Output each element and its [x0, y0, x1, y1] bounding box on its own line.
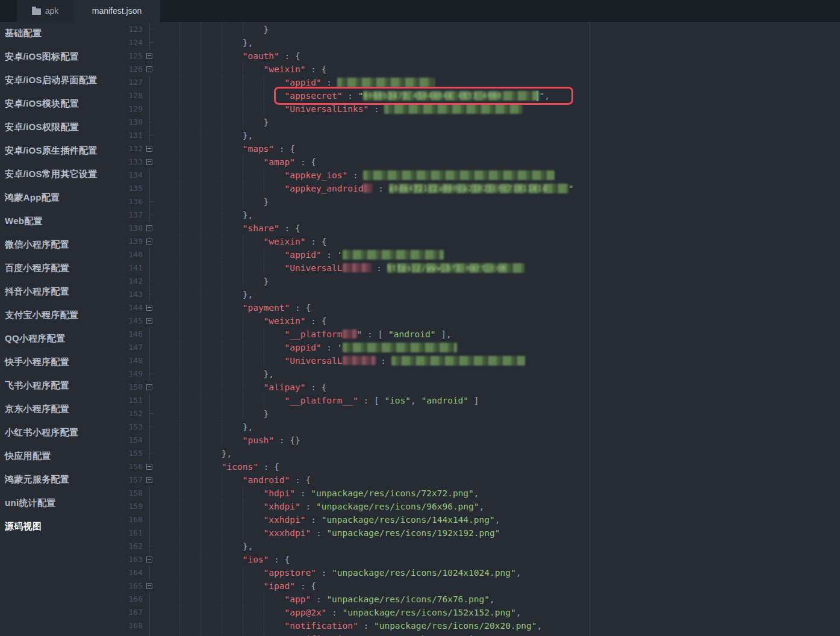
fold-guide: [149, 341, 150, 354]
code-line-145[interactable]: 145 "weixin" : {: [122, 314, 840, 328]
code-line-129[interactable]: 129 "UniversalLinks" :: [122, 102, 840, 116]
fold-collapse-icon[interactable]: [146, 225, 152, 231]
sidebar-item-16[interactable]: 飞书小程序配置: [0, 374, 122, 398]
fold-collapse-icon[interactable]: [146, 464, 152, 470]
code-line-150[interactable]: 150 "alipay" : {: [122, 381, 840, 394]
code-line-163[interactable]: 163 "ios" : {: [122, 553, 840, 566]
code-editor[interactable]: 123 }124 },125 "oauth" : {126 "weixin" :…: [122, 22, 840, 636]
sidebar-item-19[interactable]: 快应用配置: [0, 444, 122, 468]
fold-collapse-icon[interactable]: [146, 556, 152, 563]
sidebar-item-12[interactable]: 抖音小程序配置: [0, 280, 122, 304]
fold-collapse-icon[interactable]: [146, 318, 152, 324]
code-line-156[interactable]: 156 "icons" : {: [122, 460, 840, 473]
file-tab-manifest-json[interactable]: manifest.json: [73, 0, 160, 22]
fold-collapse-icon[interactable]: [146, 146, 152, 152]
project-tab-apk[interactable]: apk: [17, 0, 73, 22]
code-line-131[interactable]: 131 },: [122, 129, 840, 142]
json-punctuation: :: [326, 608, 342, 617]
code-line-157[interactable]: 157 "android" : {: [122, 473, 840, 487]
json-punctuation: :: [305, 515, 321, 525]
code-line-134[interactable]: 134 "appkey_ios" :: [122, 169, 840, 182]
sidebar-item-9[interactable]: Web配置: [0, 210, 122, 233]
sidebar-item-18[interactable]: 小红书小程序配置: [0, 421, 122, 444]
sidebar-item-4[interactable]: 安卓/iOS模块配置: [0, 92, 122, 116]
json-punctuation: ",: [539, 91, 549, 101]
sidebar-item-8[interactable]: 鸿蒙App配置: [0, 186, 122, 210]
json-punctuation: : {: [258, 462, 279, 472]
code-line-128[interactable]: 128 "appsecret" : "0060b3473 45044044 40…: [122, 89, 840, 102]
code-line-140[interactable]: 140 "appid" : ': [122, 248, 840, 261]
code-line-127[interactable]: 127 "appid" :: [122, 76, 840, 89]
code-line-152[interactable]: 152 }: [122, 407, 840, 420]
code-line-166[interactable]: 166 "app" : "unpackage/res/icons/76x76.p…: [122, 593, 840, 606]
json-key: "weixin": [264, 64, 306, 74]
code-line-162[interactable]: 162 },: [122, 540, 840, 553]
code-line-142[interactable]: 142 }: [122, 275, 840, 288]
code-line-164[interactable]: 164 "appstore" : "unpackage/res/icons/10…: [122, 566, 840, 579]
code-text: "appkey_ios" :: [158, 169, 555, 182]
code-line-168[interactable]: 168 "notification" : "unpackage/res/icon…: [122, 619, 840, 632]
code-line-143[interactable]: 143 },: [122, 288, 840, 301]
sidebar-item-5[interactable]: 安卓/iOS权限配置: [0, 116, 122, 139]
sidebar-item-17[interactable]: 京东小程序配置: [0, 398, 122, 421]
fold-collapse-icon[interactable]: [146, 66, 152, 72]
sidebar-item-7[interactable]: 安卓/iOS常用其它设置: [0, 163, 122, 186]
code-line-130[interactable]: 130 }: [122, 116, 840, 129]
json-punctuation: },: [243, 131, 253, 140]
fold-collapse-icon[interactable]: [146, 477, 152, 483]
code-line-167[interactable]: 167 "app@2x" : "unpackage/res/icons/152x…: [122, 606, 840, 619]
sidebar-item-15[interactable]: 快手小程序配置: [0, 351, 122, 374]
code-line-147[interactable]: 147 "appid" : ': [122, 341, 840, 354]
sidebar-item-1[interactable]: 基础配置: [0, 22, 122, 45]
code-line-159[interactable]: 159 "xhdpi" : "unpackage/res/icons/96x96…: [122, 500, 840, 513]
sidebar-item-10[interactable]: 微信小程序配置: [0, 233, 122, 257]
code-line-136[interactable]: 136 }: [122, 195, 840, 208]
code-line-141[interactable]: 141 "UniversalL : https://www.bf1-mart.c…: [122, 261, 840, 275]
code-line-165[interactable]: 165 "ipad" : {: [122, 579, 840, 593]
sidebar-item-14[interactable]: QQ小程序配置: [0, 327, 122, 351]
code-line-158[interactable]: 158 "hdpi" : "unpackage/res/icons/72x72.…: [122, 487, 840, 500]
code-line-155[interactable]: 155 },: [122, 447, 840, 460]
code-line-126[interactable]: 126 "weixin" : {: [122, 63, 840, 76]
code-line-149[interactable]: 149 },: [122, 367, 840, 381]
sidebar-item-13[interactable]: 支付宝小程序配置: [0, 304, 122, 327]
line-number: 136: [122, 195, 143, 208]
fold-collapse-icon[interactable]: [146, 583, 152, 589]
code-line-146[interactable]: 146 "__platform" : [ "android" ],: [122, 328, 840, 341]
sidebar-item-11[interactable]: 百度小程序配置: [0, 257, 122, 280]
code-line-160[interactable]: 160 "xxhdpi" : "unpackage/res/icons/144x…: [122, 513, 840, 526]
code-line-124[interactable]: 124 },: [122, 36, 840, 49]
code-line-169[interactable]: 169 "notification@2x" : "unpackage/res/i…: [122, 632, 840, 636]
fold-collapse-icon[interactable]: [146, 53, 152, 59]
code-line-132[interactable]: 132 "maps" : {: [122, 142, 840, 155]
code-line-144[interactable]: 144 "payment" : {: [122, 301, 840, 314]
fold-collapse-icon[interactable]: [146, 238, 152, 245]
sidebar-item-21[interactable]: uni统计配置: [0, 491, 122, 515]
sidebar-item-2[interactable]: 安卓/iOS图标配置: [0, 45, 122, 69]
sidebar-item-22[interactable]: 源码视图: [0, 515, 122, 538]
code-line-135[interactable]: 135 "appkey_android : a8de4721c2a000ca21…: [122, 182, 840, 195]
code-line-148[interactable]: 148 "UniversalL :: [122, 354, 840, 367]
fold-guide: [149, 208, 150, 222]
code-line-138[interactable]: 138 "share" : {: [122, 222, 840, 235]
code-line-161[interactable]: 161 "xxxhdpi" : "unpackage/res/icons/192…: [122, 526, 840, 540]
sidebar-item-20[interactable]: 鸿蒙元服务配置: [0, 468, 122, 491]
fold-collapse-icon[interactable]: [146, 384, 152, 390]
fold-collapse-icon[interactable]: [146, 305, 152, 311]
sidebar-item-6[interactable]: 安卓/iOS原生插件配置: [0, 139, 122, 163]
code-line-125[interactable]: 125 "oauth" : {: [122, 49, 840, 63]
fold-guide: [149, 526, 150, 540]
json-punctuation: : [: [358, 396, 385, 405]
code-line-137[interactable]: 137 },: [122, 208, 840, 222]
json-key: "__platform: [285, 329, 343, 339]
code-line-151[interactable]: 151 "__platform__" : [ "ios", "android" …: [122, 394, 840, 407]
code-text: "appid" :: [158, 76, 435, 89]
code-line-133[interactable]: 133 "amap" : {: [122, 155, 840, 169]
code-line-139[interactable]: 139 "weixin" : {: [122, 235, 840, 248]
code-line-153[interactable]: 153 },: [122, 420, 840, 434]
code-line-154[interactable]: 154 "push" : {}: [122, 434, 840, 447]
code-text: "appid" : ': [158, 248, 444, 261]
fold-collapse-icon[interactable]: [146, 159, 152, 165]
sidebar-item-3[interactable]: 安卓/iOS启动界面配置: [0, 69, 122, 92]
code-line-123[interactable]: 123 }: [122, 23, 840, 36]
